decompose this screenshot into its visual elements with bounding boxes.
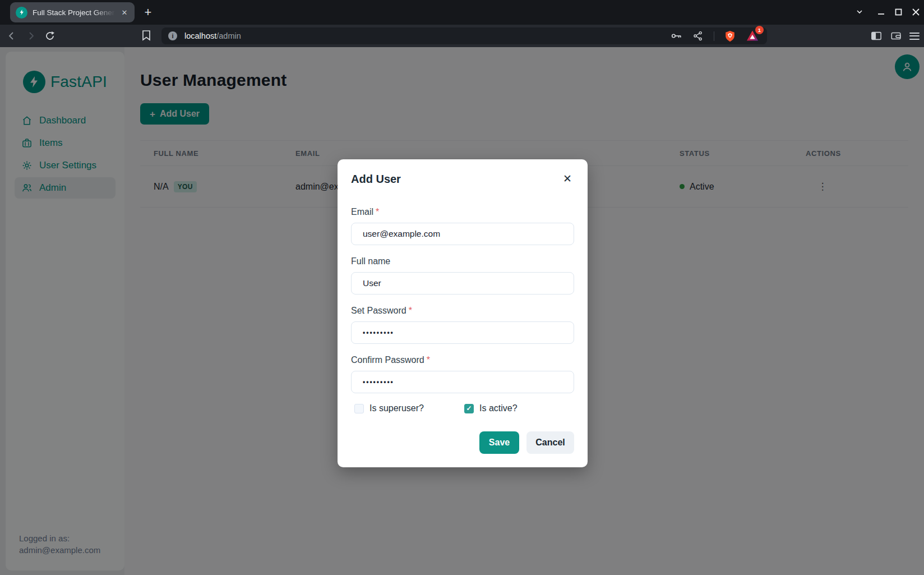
modal-actions: Save Cancel xyxy=(351,431,574,454)
site-info-icon[interactable]: i xyxy=(168,31,177,40)
is-superuser-label: Is superuser? xyxy=(369,403,424,413)
set-password-label: Set Password xyxy=(351,306,406,315)
full-name-label: Full name xyxy=(351,256,390,266)
is-active-checkbox[interactable]: ✓ xyxy=(464,404,474,413)
tab-search-chevron-icon[interactable] xyxy=(853,5,866,19)
checkbox-row: ✓ Is superuser? ✓ Is active? xyxy=(351,403,574,413)
confirm-password-field[interactable] xyxy=(351,371,574,393)
rewards-notification-badge: 1 xyxy=(755,26,764,34)
set-password-field[interactable] xyxy=(351,321,574,344)
browser-toolbar: i localhost/admin xyxy=(0,25,924,47)
brave-rewards-icon[interactable]: 1 xyxy=(746,29,759,43)
share-icon[interactable] xyxy=(692,30,704,42)
required-marker: * xyxy=(376,207,379,217)
full-name-field[interactable] xyxy=(351,272,574,295)
page-content: FastAPI Dashboard Items User Settings A xyxy=(0,47,924,575)
confirm-password-field-group: Confirm Password* xyxy=(351,354,574,393)
back-button[interactable] xyxy=(6,30,18,42)
tab-close-icon[interactable]: ✕ xyxy=(119,7,130,18)
browser-tab[interactable]: Full Stack Project Genera ✕ xyxy=(10,2,135,22)
tab-bar: Full Stack Project Genera ✕ + xyxy=(0,0,924,25)
modal-close-icon[interactable]: ✕ xyxy=(560,171,575,186)
url-path: /admin xyxy=(216,31,241,40)
forward-button[interactable] xyxy=(25,30,37,42)
required-marker: * xyxy=(427,355,430,365)
fastapi-favicon-icon xyxy=(16,7,27,19)
save-button[interactable]: Save xyxy=(479,431,519,454)
toolbar-divider xyxy=(714,31,714,41)
url-bar[interactable]: i localhost/admin xyxy=(161,27,767,44)
password-key-icon[interactable] xyxy=(670,30,682,42)
confirm-password-label: Confirm Password xyxy=(351,355,424,365)
url-host: localhost xyxy=(184,31,216,40)
new-tab-button[interactable]: + xyxy=(140,4,156,20)
window-maximize-button[interactable] xyxy=(891,5,905,19)
is-active-label: Is active? xyxy=(479,403,518,413)
brave-shields-icon[interactable] xyxy=(724,30,736,42)
reload-button[interactable] xyxy=(44,30,56,42)
url-text[interactable]: localhost/admin xyxy=(184,31,241,40)
required-marker: * xyxy=(409,306,412,315)
menu-hamburger-icon[interactable] xyxy=(909,33,920,40)
window-minimize-button[interactable] xyxy=(874,5,888,19)
modal-title: Add User xyxy=(351,173,574,186)
is-superuser-checkbox[interactable]: ✓ xyxy=(354,404,364,413)
add-user-modal: Add User ✕ Email* Full name Set Password… xyxy=(338,159,588,467)
browser-window: Full Stack Project Genera ✕ + xyxy=(0,0,924,575)
email-field-group: Email* xyxy=(351,206,574,245)
wallet-icon[interactable] xyxy=(890,30,902,42)
bookmark-icon[interactable] xyxy=(141,30,151,43)
window-close-button[interactable] xyxy=(909,5,922,19)
email-label: Email xyxy=(351,207,373,217)
sidebar-panel-icon[interactable] xyxy=(870,30,883,42)
tab-title: Full Stack Project Genera xyxy=(33,8,119,17)
full-name-field-group: Full name xyxy=(351,255,574,295)
cancel-button[interactable]: Cancel xyxy=(526,431,574,454)
set-password-field-group: Set Password* xyxy=(351,305,574,344)
email-field[interactable] xyxy=(351,223,574,245)
